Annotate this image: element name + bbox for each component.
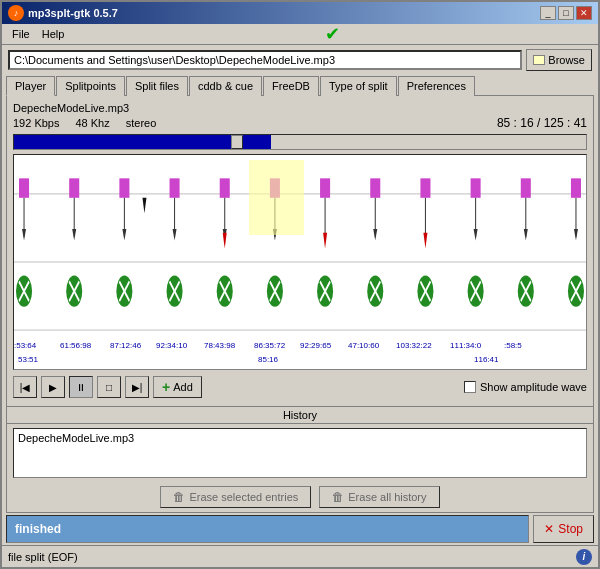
svg-marker-22 bbox=[173, 229, 177, 241]
rewind-start-button[interactable]: |◀ bbox=[13, 376, 37, 398]
timeline-top-labels: :53:64 61:56:98 87:12:46 92:34:10 78:43:… bbox=[14, 341, 586, 355]
close-button[interactable]: ✕ bbox=[576, 6, 592, 20]
progress-bar[interactable] bbox=[13, 134, 587, 150]
svg-marker-40 bbox=[142, 198, 146, 214]
play-button[interactable]: ▶ bbox=[41, 376, 65, 398]
svg-rect-14 bbox=[571, 178, 581, 197]
folder-icon bbox=[533, 55, 545, 65]
time-display: 85 : 16 / 125 : 41 bbox=[497, 116, 587, 130]
menu-bar: File Help ✔ bbox=[2, 24, 598, 45]
svg-marker-31 bbox=[373, 229, 377, 241]
trash-all-icon: 🗑 bbox=[332, 490, 344, 504]
menu-help[interactable]: Help bbox=[36, 26, 71, 42]
svg-marker-18 bbox=[72, 229, 76, 241]
status-main: finished bbox=[6, 515, 529, 543]
browse-button[interactable]: Browse bbox=[526, 49, 592, 71]
forward-end-button[interactable]: ▶| bbox=[125, 376, 149, 398]
erase-selected-button[interactable]: 🗑 Erase selected entries bbox=[160, 486, 311, 508]
svg-rect-9 bbox=[320, 178, 330, 197]
main-window: ♪ mp3splt-gtk 0.5.7 _ □ ✕ File Help ✔ Br… bbox=[0, 0, 600, 569]
channel-mode: stereo bbox=[126, 117, 157, 129]
stop-button-main[interactable]: ✕ Stop bbox=[533, 515, 594, 543]
tab-cddb-cue[interactable]: cddb & cue bbox=[189, 76, 262, 96]
bottom-bar: file split (EOF) i bbox=[2, 545, 598, 567]
history-title: History bbox=[7, 407, 593, 424]
svg-marker-37 bbox=[524, 229, 528, 241]
amplitude-check-container: Show amplitude wave bbox=[464, 381, 587, 393]
svg-rect-7 bbox=[220, 178, 230, 197]
stop-x-icon: ✕ bbox=[544, 522, 554, 536]
minimize-button[interactable]: _ bbox=[540, 6, 556, 20]
svg-marker-35 bbox=[474, 229, 478, 241]
svg-rect-10 bbox=[370, 178, 380, 197]
stop-button[interactable]: □ bbox=[97, 376, 121, 398]
list-item[interactable]: DepecheModeLive.mp3 bbox=[18, 431, 582, 445]
amplitude-label: Show amplitude wave bbox=[480, 381, 587, 393]
svg-marker-29 bbox=[323, 233, 327, 249]
svg-rect-4 bbox=[69, 178, 79, 197]
svg-rect-5 bbox=[119, 178, 129, 197]
progress-handle[interactable] bbox=[231, 135, 243, 149]
app-icon: ♪ bbox=[8, 5, 24, 21]
main-content: DepecheModeLive.mp3 192 Kbps 48 Khz ster… bbox=[6, 95, 594, 513]
svg-rect-13 bbox=[521, 178, 531, 197]
tabs-bar: Player Splitpoints Split files cddb & cu… bbox=[2, 75, 598, 95]
bitrate: 192 Kbps bbox=[13, 117, 59, 129]
history-buttons: 🗑 Erase selected entries 🗑 Erase all his… bbox=[7, 482, 593, 512]
tab-split-files[interactable]: Split files bbox=[126, 76, 188, 96]
maximize-button[interactable]: □ bbox=[558, 6, 574, 20]
title-buttons: _ □ ✕ bbox=[540, 6, 592, 20]
svg-marker-33 bbox=[423, 233, 427, 249]
player-section: DepecheModeLive.mp3 192 Kbps 48 Khz ster… bbox=[7, 96, 593, 406]
tab-splitpoints[interactable]: Splitpoints bbox=[56, 76, 125, 96]
svg-rect-12 bbox=[471, 178, 481, 197]
track-name: DepecheModeLive.mp3 bbox=[13, 102, 587, 114]
trash-icon: 🗑 bbox=[173, 490, 185, 504]
tab-freedb[interactable]: FreeDB bbox=[263, 76, 319, 96]
title-bar: ♪ mp3splt-gtk 0.5.7 _ □ ✕ bbox=[2, 2, 598, 24]
tab-preferences[interactable]: Preferences bbox=[398, 76, 475, 96]
waveform-area[interactable]: :53:64 61:56:98 87:12:46 92:34:10 78:43:… bbox=[13, 154, 587, 370]
svg-rect-6 bbox=[170, 178, 180, 197]
tab-type-of-split[interactable]: Type of split bbox=[320, 76, 397, 96]
file-path-input[interactable] bbox=[8, 50, 522, 70]
amplitude-checkbox[interactable] bbox=[464, 381, 476, 393]
frequency: 48 Khz bbox=[75, 117, 109, 129]
svg-rect-3 bbox=[19, 178, 29, 197]
tab-player[interactable]: Player bbox=[6, 76, 55, 96]
info-icon[interactable]: i bbox=[576, 549, 592, 565]
track-info: 192 Kbps 48 Khz stereo 85 : 16 / 125 : 4… bbox=[13, 116, 587, 130]
highlight-region bbox=[249, 160, 304, 235]
pause-button[interactable]: ⏸ bbox=[69, 376, 93, 398]
status-bar: finished ✕ Stop bbox=[6, 515, 594, 543]
menu-file[interactable]: File bbox=[6, 26, 36, 42]
history-list[interactable]: DepecheModeLive.mp3 bbox=[13, 428, 587, 478]
bottom-status-text: file split (EOF) bbox=[8, 551, 78, 563]
window-title: mp3splt-gtk 0.5.7 bbox=[28, 7, 118, 19]
controls-bar: |◀ ▶ ⏸ □ ▶| + Add Show amplitude wave bbox=[13, 374, 587, 400]
svg-marker-39 bbox=[574, 229, 578, 241]
history-section: History DepecheModeLive.mp3 🗑 Erase sele… bbox=[7, 406, 593, 512]
svg-marker-25 bbox=[223, 233, 227, 249]
timeline-bottom-labels: 53:51 85:16 116:41 bbox=[14, 355, 586, 367]
svg-marker-16 bbox=[22, 229, 26, 241]
add-splitpoint-button[interactable]: + Add bbox=[153, 376, 202, 398]
erase-all-button[interactable]: 🗑 Erase all history bbox=[319, 486, 439, 508]
checkmark-icon: ✔ bbox=[325, 25, 340, 43]
file-bar: Browse bbox=[2, 45, 598, 75]
svg-marker-20 bbox=[122, 229, 126, 241]
svg-rect-11 bbox=[420, 178, 430, 197]
